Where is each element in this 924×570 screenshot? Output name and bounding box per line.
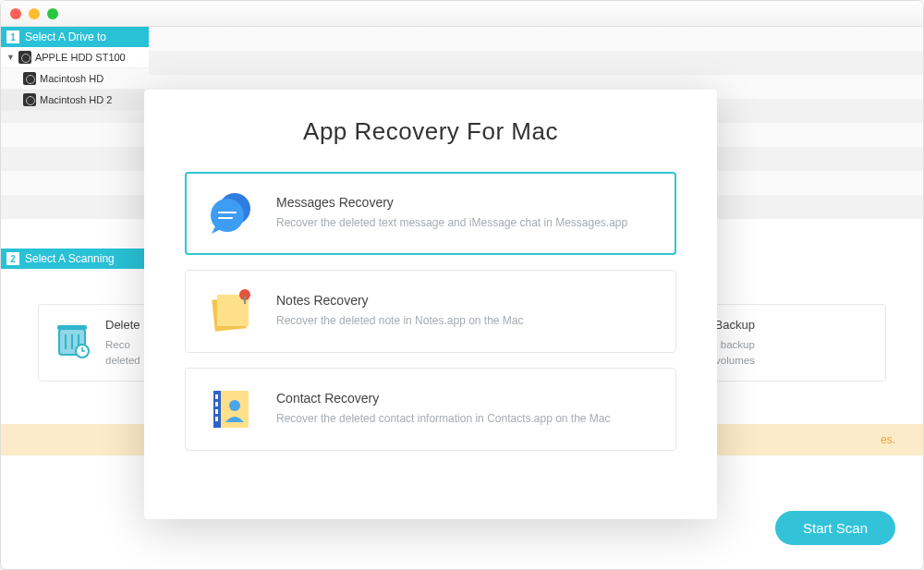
svg-rect-16 xyxy=(215,402,218,406)
minimize-window-button[interactable] xyxy=(29,8,40,19)
modal-title: App Recovery For Mac xyxy=(185,117,676,146)
option-notes-recovery[interactable]: Notes Recovery Recover the deleted note … xyxy=(185,270,676,353)
step1-label: Select A Drive to xyxy=(25,30,106,43)
svg-rect-17 xyxy=(215,409,218,414)
app-window: 1 Select A Drive to ▼ APPLE HDD ST100 Ma… xyxy=(0,0,924,570)
messages-icon xyxy=(204,188,256,239)
option-title: Messages Recovery xyxy=(276,195,627,210)
modal-backdrop: App Recovery For Mac Messages Recovery R… xyxy=(1,53,923,569)
app-recovery-modal: App Recovery For Mac Messages Recovery R… xyxy=(144,90,717,519)
contacts-icon xyxy=(204,383,256,435)
content-area: 1 Select A Drive to ▼ APPLE HDD ST100 Ma… xyxy=(1,27,923,569)
option-title: Notes Recovery xyxy=(276,293,524,308)
close-window-button[interactable] xyxy=(10,8,21,19)
option-title: Contact Recovery xyxy=(276,391,611,406)
svg-rect-13 xyxy=(244,296,246,304)
option-messages-recovery[interactable]: Messages Recovery Recover the deleted te… xyxy=(185,172,676,255)
notes-icon xyxy=(204,285,256,337)
mac-titlebar xyxy=(1,1,923,27)
step1-number: 1 xyxy=(6,30,19,43)
svg-rect-15 xyxy=(215,394,218,399)
svg-rect-18 xyxy=(215,417,218,421)
option-contact-recovery[interactable]: Contact Recovery Recover the deleted con… xyxy=(185,368,676,451)
option-desc: Recover the deleted contact information … xyxy=(276,411,611,427)
option-desc: Recover the deleted text message and iMe… xyxy=(276,215,627,231)
option-desc: Recover the deleted note in Notes.app on… xyxy=(276,313,524,329)
step1-header: 1 Select A Drive to xyxy=(1,27,149,47)
svg-point-20 xyxy=(229,400,240,411)
zoom-window-button[interactable] xyxy=(47,8,58,19)
